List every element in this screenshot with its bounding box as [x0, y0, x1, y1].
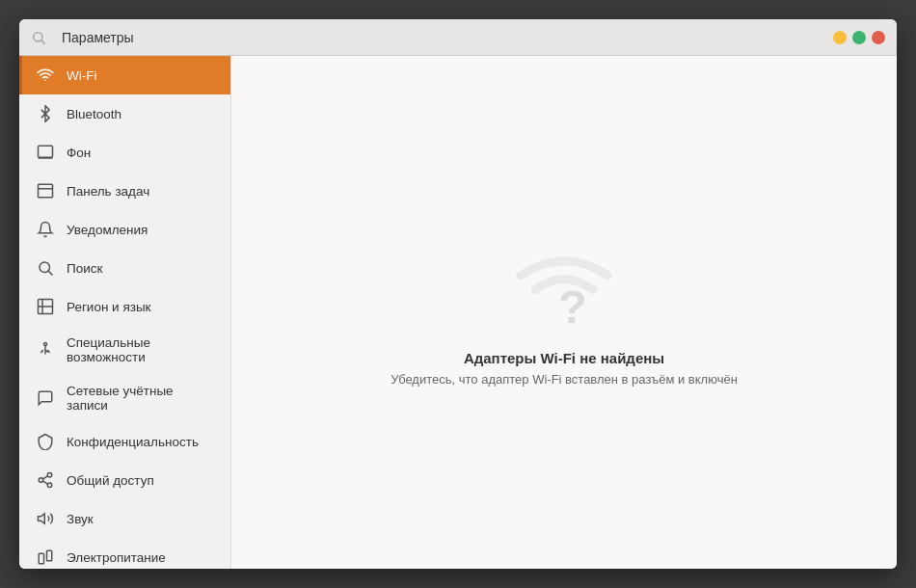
- svg-point-11: [44, 343, 47, 346]
- sidebar-item-notifications[interactable]: Уведомления: [19, 210, 230, 249]
- sidebar-item-panel[interactable]: Панель задач: [19, 172, 230, 210]
- sidebar-item-fon[interactable]: Фон: [19, 133, 230, 172]
- search-icon: [31, 30, 46, 45]
- sidebar-item-sharing[interactable]: Общий доступ: [19, 461, 230, 499]
- svg-text:?: ?: [558, 281, 587, 333]
- sidebar-item-bluetooth[interactable]: Bluetooth: [19, 94, 230, 133]
- region-icon: [36, 297, 55, 316]
- sidebar-item-power[interactable]: Электропитание: [19, 538, 230, 569]
- main-window: Параметры Wi-Fi: [19, 19, 897, 569]
- svg-line-7: [48, 271, 52, 275]
- svg-point-12: [47, 473, 52, 478]
- maximize-button[interactable]: [852, 31, 866, 44]
- accessibility-icon: [36, 340, 55, 360]
- power-icon: [36, 548, 55, 567]
- sidebar-item-sound-label: Звук: [67, 512, 217, 526]
- search-sidebar-icon: [36, 258, 55, 278]
- sidebar-item-accessibility[interactable]: Специальные возможности: [19, 326, 230, 374]
- sidebar-item-panel-label: Панель задач: [67, 184, 217, 199]
- content-area: Wi-Fi Bluetooth Фон: [19, 56, 897, 569]
- sidebar-item-notifications-label: Уведомления: [67, 223, 217, 237]
- sidebar-item-region[interactable]: Регион и язык: [19, 287, 230, 326]
- privacy-icon: [36, 432, 55, 451]
- svg-point-14: [47, 483, 52, 488]
- svg-point-0: [34, 32, 42, 40]
- no-adapter-subtitle: Убедитесь, что адаптер Wi-Fi вставлен в …: [391, 372, 738, 387]
- titlebar: Параметры: [19, 19, 897, 56]
- no-adapter-title: Адаптеры Wi-Fi не найдены: [464, 350, 664, 366]
- svg-rect-18: [39, 553, 43, 564]
- wifi-icon: [36, 66, 55, 85]
- titlebar-search: Параметры: [31, 30, 134, 45]
- main-content: ? Адаптеры Wi-Fi не найдены Убедитесь, ч…: [231, 56, 897, 569]
- sidebar: Wi-Fi Bluetooth Фон: [19, 56, 231, 569]
- sidebar-item-search-label: Поиск: [67, 261, 217, 276]
- svg-point-13: [39, 478, 43, 483]
- sidebar-item-accounts-label: Сетевые учётные записи: [67, 384, 217, 413]
- sidebar-item-region-label: Регион и язык: [67, 300, 217, 314]
- sidebar-item-privacy[interactable]: Конфиденциальность: [19, 422, 230, 461]
- accounts-icon: [36, 388, 55, 408]
- close-button[interactable]: [872, 31, 885, 44]
- sidebar-item-bluetooth-label: Bluetooth: [67, 107, 217, 121]
- background-icon: [36, 143, 55, 162]
- sidebar-item-power-label: Электропитание: [67, 550, 217, 565]
- svg-rect-2: [39, 146, 53, 157]
- sidebar-item-sound[interactable]: Звук: [19, 499, 230, 538]
- svg-line-1: [41, 40, 45, 44]
- svg-point-6: [40, 262, 50, 273]
- taskbar-icon: [36, 181, 55, 200]
- window-title: Параметры: [62, 30, 134, 45]
- bell-icon: [36, 220, 55, 239]
- sharing-icon: [36, 470, 55, 490]
- sidebar-item-search[interactable]: Поиск: [19, 249, 230, 287]
- svg-line-16: [42, 476, 47, 479]
- sidebar-item-sharing-label: Общий доступ: [67, 473, 217, 488]
- sidebar-item-privacy-label: Конфиденциальность: [67, 435, 217, 449]
- sidebar-item-wifi[interactable]: Wi-Fi: [19, 56, 230, 94]
- minimize-button[interactable]: [833, 31, 847, 44]
- window-controls: [833, 31, 885, 44]
- bluetooth-icon: [36, 104, 55, 123]
- sidebar-item-accounts[interactable]: Сетевые учётные записи: [19, 374, 230, 422]
- svg-rect-4: [39, 184, 53, 198]
- sidebar-item-accessibility-label: Специальные возможности: [67, 335, 217, 364]
- sidebar-item-fon-label: Фон: [67, 146, 217, 160]
- svg-line-15: [42, 481, 47, 484]
- svg-marker-17: [39, 514, 45, 524]
- sound-icon: [36, 509, 55, 528]
- sidebar-item-wifi-label: Wi-Fi: [67, 68, 217, 83]
- svg-rect-19: [47, 550, 52, 561]
- no-wifi-illustration: ?: [506, 238, 622, 334]
